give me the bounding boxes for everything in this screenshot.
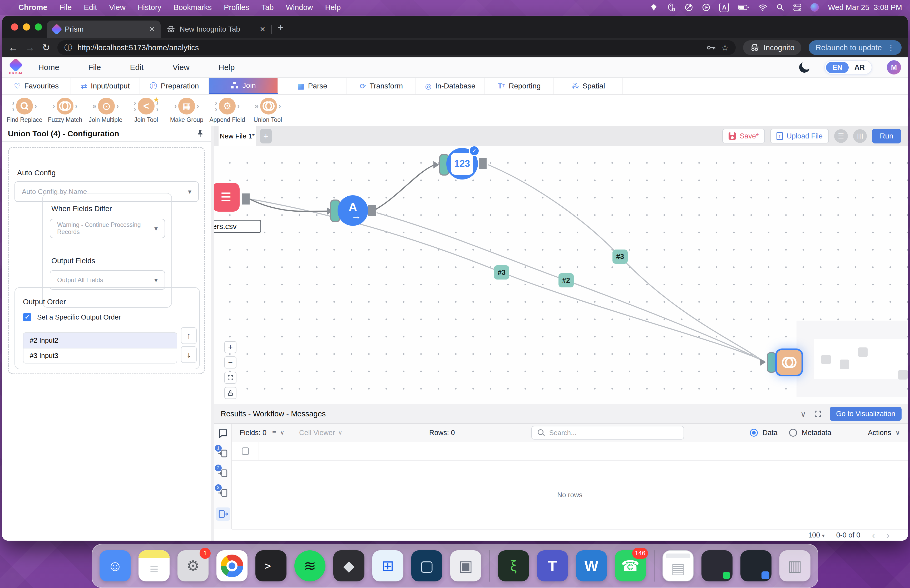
expand-panel-icon[interactable] (814, 410, 822, 418)
union-node-input-port[interactable] (767, 352, 776, 373)
output-anchor[interactable] (216, 507, 230, 521)
tab-transform[interactable]: Transform (347, 78, 416, 94)
layout-vertical-button[interactable]: ☰ (853, 129, 867, 143)
dock-teams-icon[interactable]: T (537, 550, 568, 582)
filter-icon[interactable]: ≡ (272, 429, 276, 437)
panel-divider[interactable] (211, 126, 214, 541)
csv-node-label[interactable]: ers.csv (214, 220, 261, 233)
select-all-checkbox[interactable] (242, 447, 249, 455)
gem-status-icon[interactable] (650, 3, 658, 11)
app-menu-edit[interactable]: Edit (130, 63, 144, 72)
app-menu-file[interactable]: File (88, 63, 101, 72)
dock-settings-icon[interactable]: ⚙1 (178, 550, 209, 582)
tab-favourites[interactable]: Favourites (2, 78, 71, 94)
close-window-button[interactable] (11, 23, 18, 31)
data-radio[interactable] (750, 429, 758, 437)
lock-button[interactable] (224, 387, 236, 399)
dock-screenshot-icon[interactable]: ▣ (450, 550, 481, 582)
dock-window-doc-icon[interactable]: ▤ (663, 550, 693, 582)
dock-unity-icon[interactable]: ◆ (333, 550, 364, 582)
close-tab-icon[interactable]: ✕ (149, 25, 155, 34)
control-center-icon[interactable] (793, 3, 802, 11)
tool-union[interactable]: »› Union Tool (247, 95, 288, 126)
zoom-out-button[interactable]: − (224, 356, 236, 368)
dock-word-icon[interactable]: W (576, 550, 607, 582)
tool-make-group[interactable]: ›› Make Group (166, 95, 207, 126)
app-menu-view[interactable]: View (173, 63, 189, 72)
connection-label[interactable]: #2 (558, 273, 574, 288)
menubar-item-window[interactable]: Window (286, 3, 313, 12)
chevron-down-icon[interactable]: ∨ (280, 429, 284, 436)
url-text[interactable]: http://localhost:5173/home/analytics (78, 44, 701, 52)
battery-icon[interactable] (738, 4, 749, 11)
tab-reporting[interactable]: Reporting (485, 78, 554, 94)
tool-append-field[interactable]: ››› Append Field (207, 95, 247, 126)
csv-input-node[interactable]: ☰ (214, 183, 239, 212)
menubar-item-bookmarks[interactable]: Bookmarks (173, 3, 212, 12)
menubar-item-history[interactable]: History (138, 3, 162, 12)
menubar-item-chrome[interactable]: Chrome (18, 3, 47, 12)
lang-ar-button[interactable]: AR (849, 62, 871, 73)
address-bar[interactable]: ⓘ http://localhost:5173/home/analytics ☆ (57, 40, 736, 55)
dock-chrome-icon[interactable] (217, 550, 247, 582)
move-up-button[interactable]: ↑ (181, 327, 197, 344)
dock-whatsapp-icon[interactable]: ☎146 (615, 550, 646, 582)
prev-page-button[interactable]: ‹ (872, 530, 875, 540)
tab-spatial[interactable]: Spatial (554, 78, 623, 94)
when-fields-differ-select[interactable]: Warning - Continue Processing Records ▾ (50, 219, 165, 238)
pin-icon[interactable] (196, 129, 205, 138)
menubar-item-tab[interactable]: Tab (262, 3, 274, 12)
run-button[interactable]: Run (872, 129, 901, 144)
zoom-window-button[interactable] (35, 23, 42, 31)
dock-docker-icon[interactable]: ⊞ (372, 550, 403, 582)
actions-dropdown[interactable]: Actions (868, 429, 891, 437)
workflow-canvas[interactable]: ☰ ers.csv A→ 123 ✓ #3 #2 #3 (214, 146, 908, 404)
dock-terminal-icon[interactable]: >_ (255, 550, 286, 582)
file-tab-new-file-1[interactable]: New File 1* (218, 126, 256, 146)
dock-spotify-icon[interactable]: ≋ (294, 550, 325, 582)
input-anchor-2[interactable]: 2 (218, 468, 229, 479)
menubar-item-file[interactable]: File (60, 3, 72, 12)
reload-button[interactable]: ↻ (42, 42, 50, 53)
language-toggle[interactable]: EN AR (824, 60, 872, 74)
menubar-clock[interactable]: Wed Mar 25 3:08 PM (828, 3, 902, 12)
tab-prism[interactable]: Prism ✕ (47, 21, 161, 38)
results-search[interactable] (531, 426, 684, 439)
dock-window-blue-icon[interactable] (740, 550, 771, 582)
save-button[interactable]: Save* (722, 129, 765, 144)
dock-window-dark-icon[interactable] (701, 550, 732, 582)
tool-join-multiple[interactable]: »› Join Multiple (85, 95, 126, 126)
dark-mode-toggle-icon[interactable] (798, 61, 811, 74)
dock-finder-icon[interactable]: ☺ (100, 550, 131, 582)
dock-frame-app-icon[interactable]: ▢ (411, 550, 442, 582)
forward-button[interactable]: → (25, 42, 35, 53)
dock-trash-icon[interactable]: ▥ (779, 550, 810, 582)
app-menu-home[interactable]: Home (38, 63, 59, 72)
upload-file-button[interactable]: Upload File (770, 129, 829, 144)
a-node-output-port[interactable] (368, 205, 376, 216)
select-tool-node[interactable]: A→ (338, 195, 368, 226)
tab-new-incognito[interactable]: New Incognito Tab ✕ (161, 21, 271, 38)
new-tab-button[interactable]: + (278, 22, 284, 34)
rocket-status-icon[interactable] (685, 3, 693, 11)
search-input[interactable] (549, 429, 678, 437)
wifi-icon[interactable] (758, 4, 767, 11)
tool-join[interactable]: ★ ›››› Join Tool (126, 95, 166, 126)
layout-horizontal-button[interactable]: ☰ (834, 129, 848, 143)
prism-logo[interactable]: PRISM (9, 60, 23, 75)
relaunch-to-update-button[interactable]: Relaunch to update ⋮ (809, 40, 902, 55)
app-menu-help[interactable]: Help (218, 63, 235, 72)
site-info-icon[interactable]: ⓘ (64, 42, 72, 53)
output-fields-select[interactable]: Output All Fields ▾ (50, 270, 165, 290)
lang-en-button[interactable]: EN (826, 62, 849, 73)
csv-output-port[interactable] (242, 194, 250, 205)
play-status-icon[interactable] (702, 3, 710, 11)
bookmark-star-icon[interactable]: ☆ (721, 43, 729, 53)
connection-label[interactable]: #3 (494, 265, 509, 279)
metadata-radio[interactable] (789, 429, 797, 437)
minimize-window-button[interactable] (23, 23, 30, 31)
input-anchor-3[interactable]: 3 (218, 488, 229, 499)
order-item-input2[interactable]: #2 Input2 (23, 333, 177, 348)
tool-find-replace[interactable]: ››› Find Replace (4, 95, 45, 126)
tab-preparation[interactable]: Preparation (140, 78, 209, 94)
